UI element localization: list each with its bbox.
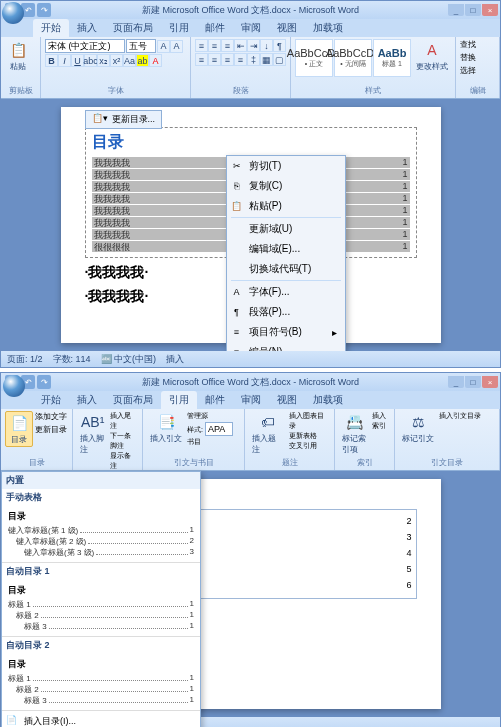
highlight-button[interactable]: ab [136, 54, 149, 67]
tab-mailings[interactable]: 邮件 [197, 391, 233, 409]
status-insert[interactable]: 插入 [166, 353, 184, 366]
sort-icon[interactable]: ↓ [260, 39, 273, 52]
borders-icon[interactable]: ▢ [273, 53, 286, 66]
italic-button[interactable]: I [58, 54, 71, 67]
manage-sources-button[interactable]: 管理源 [187, 411, 233, 421]
toc-control-tab[interactable]: 📋▾ 更新目录... [85, 110, 163, 129]
align-center-icon[interactable]: ≡ [208, 53, 221, 66]
shrink-font-icon[interactable]: A [170, 40, 183, 53]
close-button[interactable]: × [482, 376, 498, 388]
office-orb[interactable] [2, 2, 24, 24]
tab-references[interactable]: 引用 [161, 391, 197, 409]
context-menu-item[interactable]: ⎘复制(C) [227, 176, 345, 196]
tab-review[interactable]: 审阅 [233, 19, 269, 37]
qat-redo-icon[interactable]: ↷ [37, 3, 51, 17]
bibliography-button[interactable]: 书目 [187, 437, 233, 447]
status-page[interactable]: 页面: 1/2 [7, 353, 43, 366]
font-color-button[interactable]: A [149, 54, 162, 67]
maximize-button[interactable]: □ [465, 376, 481, 388]
insert-citation-button[interactable]: 📑 插入引文 [147, 411, 185, 445]
page[interactable]: 📋▾ 更新目录... 目录 我我我我1我我我我1我我我我1我我我我1我我我我1我… [61, 107, 441, 343]
minimize-button[interactable]: _ [448, 376, 464, 388]
multilevel-icon[interactable]: ≡ [221, 39, 234, 52]
next-footnote-button[interactable]: 下一条脚注 [110, 431, 138, 451]
style-gallery[interactable]: AaBbCcDd• 正文 AaBbCcDd• 无间隔 AaBb标题 1 [295, 39, 411, 77]
context-menu-item[interactable]: 编辑域(E)... [227, 239, 345, 259]
superscript-button[interactable]: x² [110, 54, 123, 67]
indent-inc-icon[interactable]: ⇥ [247, 39, 260, 52]
justify-icon[interactable]: ≡ [234, 53, 247, 66]
align-right-icon[interactable]: ≡ [221, 53, 234, 66]
indent-dec-icon[interactable]: ⇤ [234, 39, 247, 52]
bold-button[interactable]: B [45, 54, 58, 67]
change-case-button[interactable]: Aa [123, 54, 136, 67]
toc-preview-auto1[interactable]: 目录 标题 11标题 21标题 31 [2, 580, 200, 637]
strike-button[interactable]: abc [84, 54, 97, 67]
underline-button[interactable]: U [71, 54, 84, 67]
minimize-button[interactable]: _ [448, 4, 464, 16]
tab-home[interactable]: 开始 [33, 19, 69, 37]
update-toc-button[interactable]: 更新目录 [35, 424, 67, 435]
context-menu-item[interactable]: ¶段落(P)... [227, 302, 345, 322]
insert-toc-menuitem[interactable]: 📄插入目录(I)... [2, 711, 200, 727]
context-menu-item[interactable]: 更新域(U) [227, 219, 345, 239]
tab-layout[interactable]: 页面布局 [105, 391, 161, 409]
insert-caption-button[interactable]: 🏷 插入题注 [249, 411, 287, 456]
context-menu-item[interactable]: A字体(F)... [227, 282, 345, 302]
qat-redo-icon[interactable]: ↷ [37, 375, 51, 389]
line-spacing-icon[interactable]: ‡ [247, 53, 260, 66]
maximize-button[interactable]: □ [465, 4, 481, 16]
close-button[interactable]: × [482, 4, 498, 16]
context-menu-item[interactable]: 📋粘贴(P) [227, 196, 345, 216]
tab-view[interactable]: 视图 [269, 19, 305, 37]
subscript-button[interactable]: x₂ [97, 54, 110, 67]
citation-style[interactable]: 样式: APA [187, 422, 233, 436]
style-nospacing[interactable]: AaBbCcDd• 无间隔 [334, 39, 372, 77]
find-button[interactable]: 查找 [460, 39, 476, 50]
add-text-button[interactable]: 添加文字 [35, 411, 67, 422]
toc-update-label[interactable]: 更新目录... [112, 113, 156, 126]
numbering-icon[interactable]: ≡ [208, 39, 221, 52]
cross-ref-button[interactable]: 交叉引用 [289, 441, 330, 451]
tab-insert[interactable]: 插入 [69, 391, 105, 409]
insert-toa-button[interactable]: 插入引文目录 [439, 412, 481, 419]
tab-home[interactable]: 开始 [33, 391, 69, 409]
mark-entry-button[interactable]: 📇 标记索引项 [339, 411, 370, 456]
toc-preview-auto2[interactable]: 目录 标题 11标题 21标题 31 [2, 654, 200, 711]
paste-button[interactable]: 📋 粘贴 [5, 39, 31, 73]
change-styles-button[interactable]: A更改样式 [413, 39, 451, 73]
tab-review[interactable]: 审阅 [233, 391, 269, 409]
tab-insert[interactable]: 插入 [69, 19, 105, 37]
context-menu-item[interactable]: ≡项目符号(B)▸ [227, 322, 345, 342]
replace-button[interactable]: 替换 [460, 52, 476, 63]
context-menu-item[interactable]: ✂剪切(T) [227, 156, 345, 176]
select-button[interactable]: 选择 [460, 65, 476, 76]
align-left-icon[interactable]: ≡ [195, 53, 208, 66]
bullets-icon[interactable]: ≡ [195, 39, 208, 52]
status-words[interactable]: 字数: 114 [53, 353, 91, 366]
status-lang[interactable]: 🔤 中文(中国) [101, 353, 157, 366]
tab-addins[interactable]: 加载项 [305, 391, 351, 409]
insert-footnote-button[interactable]: AB¹ 插入脚注 [77, 411, 108, 456]
toc-preview-manual[interactable]: 目录 键入章标题(第 1 级)1键入章标题(第 2 级)2键入章标题(第 3 级… [2, 506, 200, 563]
show-notes-button[interactable]: 显示备注 [110, 451, 138, 471]
insert-index-button[interactable]: 插入索引 [372, 412, 386, 429]
toc-button[interactable]: 📄 目录 [5, 411, 33, 447]
toc-menu-icon[interactable]: 📋▾ [92, 113, 108, 126]
show-marks-icon[interactable]: ¶ [273, 39, 286, 52]
insert-fig-toc-button[interactable]: 插入图表目录 [289, 411, 330, 431]
style-heading1[interactable]: AaBb标题 1 [373, 39, 411, 77]
office-orb[interactable] [3, 375, 25, 397]
context-menu-item[interactable]: ≡编号(N)▸ [227, 342, 345, 351]
tab-layout[interactable]: 页面布局 [105, 19, 161, 37]
tab-mailings[interactable]: 邮件 [197, 19, 233, 37]
grow-font-icon[interactable]: A [157, 40, 170, 53]
font-name-select[interactable]: 宋体 (中文正文) [45, 39, 125, 53]
mark-citation-button[interactable]: ⚖ 标记引文 [399, 411, 437, 445]
update-table-button[interactable]: 更新表格 [289, 431, 330, 441]
context-menu-item[interactable]: 切换域代码(T) [227, 259, 345, 279]
insert-endnote-button[interactable]: 插入尾注 [110, 411, 138, 431]
tab-addins[interactable]: 加载项 [305, 19, 351, 37]
tab-view[interactable]: 视图 [269, 391, 305, 409]
font-size-select[interactable]: 五号 [126, 39, 156, 53]
